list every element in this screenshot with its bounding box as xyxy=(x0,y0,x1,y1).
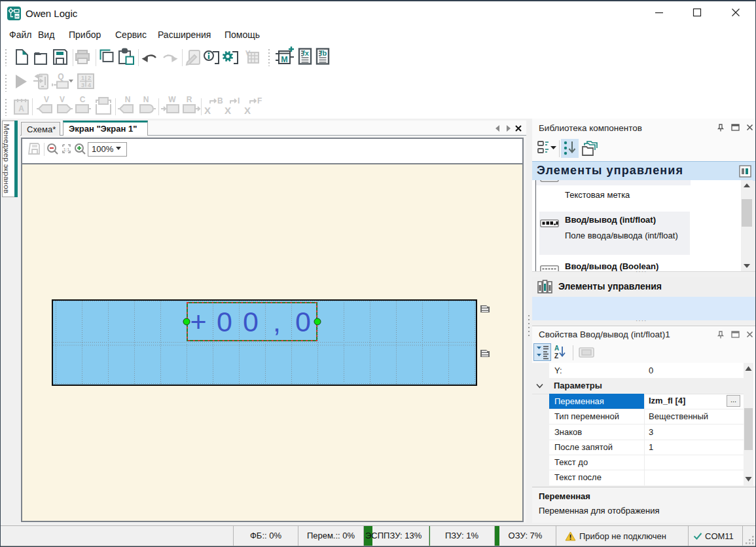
svg-text:M: M xyxy=(281,55,287,64)
svg-text:B: B xyxy=(217,96,223,105)
svg-text:W: W xyxy=(168,95,176,104)
svg-text:Q: Q xyxy=(58,72,63,81)
svg-text:N: N xyxy=(143,95,149,104)
svg-text:R: R xyxy=(187,95,192,104)
svg-text:X: X xyxy=(244,105,251,116)
svg-text:F: F xyxy=(257,96,262,105)
svg-text:100%: 100% xyxy=(92,144,114,154)
svg-text:X: X xyxy=(204,105,211,116)
svg-text:1: 1 xyxy=(81,75,84,81)
svg-text:I: I xyxy=(238,96,240,105)
svg-text:C: C xyxy=(80,95,86,104)
svg-text:V: V xyxy=(44,95,49,104)
svg-text:X: X xyxy=(225,105,231,116)
svg-text:2: 2 xyxy=(88,75,91,81)
svg-text:3: 3 xyxy=(81,82,84,88)
svg-text:V: V xyxy=(60,95,65,104)
svg-text:4: 4 xyxy=(88,82,91,88)
svg-text:N: N xyxy=(125,95,131,104)
svg-text:Z: Z xyxy=(554,352,558,360)
svg-text:fx: fx xyxy=(302,49,310,57)
svg-text:fb: fb xyxy=(320,49,327,57)
svg-text:A: A xyxy=(18,104,24,113)
svg-text:A: A xyxy=(554,345,559,352)
svg-text:1:1: 1:1 xyxy=(63,147,70,152)
